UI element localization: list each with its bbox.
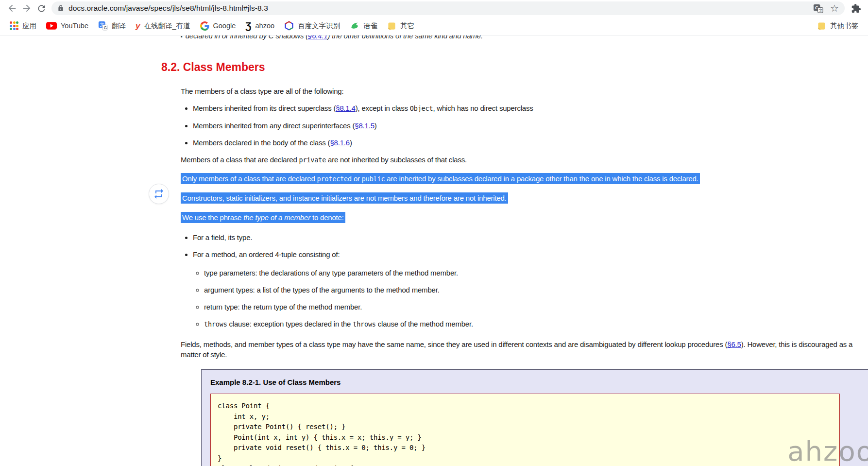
bookmark-baidu-ocr[interactable]: 百度文字识别 xyxy=(279,19,345,33)
youtube-icon xyxy=(46,22,57,30)
baidu-ocr-icon xyxy=(284,21,294,31)
highlighted-paragraph-2: Constructors, static initializers, and i… xyxy=(181,192,508,204)
list-item: Members inherited from its direct superc… xyxy=(193,104,868,113)
list-item: return type: the return type of the meth… xyxy=(204,302,868,311)
apps-grid-icon xyxy=(10,21,18,30)
google-translate-icon: 文G xyxy=(98,21,108,31)
intro-paragraph: The members of a class type are all of t… xyxy=(181,86,868,96)
bookmarks-divider xyxy=(808,21,808,31)
bookmarks-bar: 应用 YouTube 文G 翻译 y 在线翻译_有道 Google Ʒ ahzo… xyxy=(0,17,868,35)
other-bookmarks-button[interactable]: 其他书签 xyxy=(812,19,863,33)
bookmark-ahzoo[interactable]: Ʒ ahzoo xyxy=(240,19,279,33)
example-title: Example 8.2-1. Use of Class Members xyxy=(202,370,868,386)
puzzle-icon xyxy=(851,3,861,14)
translate-float-button[interactable] xyxy=(149,184,169,204)
list-item: throws clause: exception types declared … xyxy=(204,319,868,329)
ahzoo-icon: Ʒ xyxy=(245,21,251,31)
lock-icon xyxy=(57,5,64,12)
list-item: For a method, an ordered 4-tuple consist… xyxy=(193,250,868,259)
reload-button[interactable] xyxy=(34,1,49,16)
highlighted-paragraph-1: Only members of a class that are declare… xyxy=(181,173,700,184)
page-content: ▪declared in or inherited by C shadows (… xyxy=(0,35,868,466)
browser-toolbar: docs.oracle.com/javase/specs/jls/se8/htm… xyxy=(0,0,868,17)
translate-icon[interactable]: G文 xyxy=(813,3,823,14)
watermark: ahzoo xyxy=(787,435,868,466)
arrow-right-icon xyxy=(21,3,32,14)
bookmark-folder-qita[interactable]: 其它 xyxy=(382,19,419,33)
members-list: Members inherited from its direct superc… xyxy=(181,104,868,147)
section-heading: 8.2. Class Members xyxy=(161,61,868,74)
forward-button[interactable] xyxy=(19,1,34,16)
list-item: Members declared in the body of the clas… xyxy=(193,138,868,147)
refresh-icon xyxy=(36,3,47,14)
method-tuple-list: type parameters: the declarations of any… xyxy=(191,268,868,329)
list-item: argument types: a list of the types of t… xyxy=(204,285,868,294)
bookmark-google[interactable]: Google xyxy=(195,19,241,33)
section-link[interactable]: §8.1.6 xyxy=(330,138,350,147)
example-box: Example 8.2-1. Use of Class Members clas… xyxy=(201,369,868,466)
code-block: class Point { int x, y; private Point() … xyxy=(210,394,840,466)
bookmark-youtube[interactable]: YouTube xyxy=(41,19,93,33)
type-of-member-list: For a field, its type. For a method, an … xyxy=(181,233,868,259)
folder-icon xyxy=(817,21,826,31)
square-bullet-icon: ▪ xyxy=(181,35,183,39)
bookmark-yuque[interactable]: 语雀 xyxy=(345,19,382,33)
section-link[interactable]: §8.1.4 xyxy=(336,104,356,112)
code-text: class Point { int x, y; private Point() … xyxy=(218,401,833,466)
google-icon xyxy=(200,21,209,31)
back-button[interactable] xyxy=(5,1,19,16)
section-link[interactable]: §6.4.1 xyxy=(308,35,328,40)
address-bar[interactable]: docs.oracle.com/javase/specs/jls/se8/htm… xyxy=(51,1,845,15)
url-text[interactable]: docs.oracle.com/javase/specs/jls/se8/htm… xyxy=(68,4,813,13)
list-item: type parameters: the declarations of any… xyxy=(204,268,868,277)
private-paragraph: Members of a class that are declared pri… xyxy=(181,155,868,165)
youdao-icon: y xyxy=(136,22,140,30)
arrow-left-icon xyxy=(7,3,17,14)
repeat-icon xyxy=(153,188,165,200)
folder-icon xyxy=(387,21,396,31)
svg-text:G: G xyxy=(104,26,107,30)
bookmark-translate[interactable]: 文G 翻译 xyxy=(93,19,131,33)
yuque-icon xyxy=(350,21,359,31)
apps-button[interactable]: 应用 xyxy=(5,19,41,33)
section-link[interactable]: §6.5 xyxy=(727,340,741,348)
list-item: For a field, its type. xyxy=(193,233,868,242)
highlighted-paragraph-3: We use the phrase the type of a member t… xyxy=(181,212,345,223)
list-item: Members inherited from any direct superi… xyxy=(193,121,868,130)
svg-text:文: 文 xyxy=(819,8,823,13)
bookmark-youdao[interactable]: y 在线翻译_有道 xyxy=(131,19,195,33)
section-link[interactable]: §8.1.5 xyxy=(355,121,374,130)
apps-label: 应用 xyxy=(22,21,36,31)
clipped-top-line: ▪declared in or inherited by C shadows (… xyxy=(181,35,483,40)
extensions-icon[interactable] xyxy=(849,1,863,16)
fields-paragraph: Fields, methods, and member types of a c… xyxy=(181,339,861,360)
bookmark-star-icon[interactable]: ☆ xyxy=(830,3,839,13)
